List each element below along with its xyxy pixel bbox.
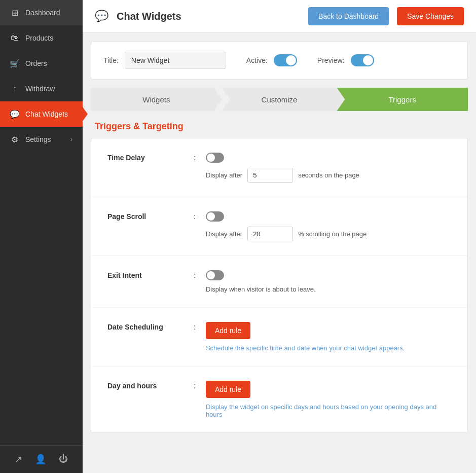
user-icon[interactable]: 👤 xyxy=(35,454,46,465)
sidebar-item-label: Orders xyxy=(25,59,47,67)
date-scheduling-label: Date Scheduling xyxy=(107,322,184,331)
exit-intent-toggle-knob xyxy=(207,271,215,279)
exit-intent-toggle[interactable] xyxy=(206,270,224,280)
day-hours-add-rule-button[interactable]: Add rule xyxy=(206,381,250,398)
sidebar-item-products[interactable]: 🛍 Products xyxy=(0,25,83,51)
step-customize[interactable]: Customize xyxy=(214,88,345,111)
page-scroll-display-after: Display after xyxy=(206,230,242,238)
back-to-dashboard-button[interactable]: Back to Dashboard xyxy=(308,7,389,25)
day-hours-label: Day and hours xyxy=(107,381,184,390)
day-hours-content: Add rule Display the widget on specific … xyxy=(206,381,451,418)
sidebar-item-label: Dashboard xyxy=(25,9,60,17)
page-scroll-suffix: % scrolling on the page xyxy=(298,230,367,238)
page-title: Chat Widgets xyxy=(117,11,300,22)
page-scroll-colon: : xyxy=(194,211,196,221)
page-header: 💬 Chat Widgets Back to Dashboard Save Ch… xyxy=(83,0,476,33)
date-scheduling-colon: : xyxy=(194,322,196,331)
steps-bar: Widgets Customize Triggers xyxy=(91,88,468,111)
preview-label: Preview: xyxy=(317,56,345,64)
main-content: 💬 Chat Widgets Back to Dashboard Save Ch… xyxy=(83,0,476,473)
exit-intent-colon: : xyxy=(194,270,196,279)
content-area: Title: Active: Preview: xyxy=(83,33,476,473)
trigger-row-day-hours: Day and hours : Add rule Display the wid… xyxy=(91,367,467,432)
triggers-card: Time Delay : Display after seconds on th… xyxy=(91,138,468,433)
page-scroll-toggle-knob xyxy=(207,212,215,221)
sidebar-item-chat-widgets[interactable]: 💬 Chat Widgets xyxy=(0,101,83,127)
date-scheduling-description: Schedule the specific time and date when… xyxy=(206,344,451,352)
active-label: Active: xyxy=(246,56,268,64)
sidebar-item-orders[interactable]: 🛒 Orders xyxy=(0,51,83,76)
header-chat-icon: 💬 xyxy=(95,10,108,23)
trigger-row-date-scheduling: Date Scheduling : Add rule Schedule the … xyxy=(91,308,467,367)
time-delay-toggle-knob xyxy=(207,154,215,162)
exit-intent-content: Display when visitor is about to leave. xyxy=(206,270,451,293)
date-scheduling-content: Add rule Schedule the specific time and … xyxy=(206,322,451,352)
chat-widgets-icon: 💬 xyxy=(10,110,19,119)
withdraw-icon: ↑ xyxy=(10,84,19,93)
trigger-row-page-scroll: Page Scroll : Display after % scrolling … xyxy=(91,197,467,256)
page-scroll-toggle[interactable] xyxy=(206,211,224,222)
sidebar-item-withdraw[interactable]: ↑ Withdraw xyxy=(0,76,83,101)
time-delay-display-after: Display after xyxy=(206,171,242,179)
page-scroll-content: Display after % scrolling on the page xyxy=(206,211,451,241)
date-scheduling-add-rule-button[interactable]: Add rule xyxy=(206,322,250,339)
page-scroll-input[interactable] xyxy=(247,227,293,241)
widget-title-row: Title: Active: Preview: xyxy=(103,52,455,69)
title-label: Title: xyxy=(103,56,119,64)
settings-icon: ⚙ xyxy=(10,135,19,144)
day-hours-colon: : xyxy=(194,381,196,390)
sidebar-item-label: Settings xyxy=(25,135,51,143)
time-delay-content: Display after seconds on the page xyxy=(206,153,451,183)
widget-config-card: Title: Active: Preview: xyxy=(91,41,468,80)
save-changes-button[interactable]: Save Changes xyxy=(397,7,464,25)
sidebar-item-label: Withdraw xyxy=(25,85,55,93)
exit-intent-label: Exit Intent xyxy=(107,270,184,279)
preview-field-group: Preview: xyxy=(317,54,374,66)
trigger-row-exit-intent: Exit Intent : Display when visitor is ab… xyxy=(91,256,467,308)
external-link-icon[interactable]: ↗ xyxy=(15,454,22,465)
time-delay-input[interactable] xyxy=(247,168,293,183)
step-widgets[interactable]: Widgets xyxy=(91,88,222,111)
dashboard-icon: ⊞ xyxy=(10,8,19,17)
active-field-group: Active: xyxy=(246,54,297,66)
exit-intent-description: Display when visitor is about to leave. xyxy=(206,285,451,293)
sidebar-item-label: Chat Widgets xyxy=(25,110,68,118)
sidebar-bottom: ↗ 👤 ⏻ xyxy=(0,445,83,473)
time-delay-suffix: seconds on the page xyxy=(298,171,359,179)
time-delay-label: Time Delay xyxy=(107,153,184,162)
active-toggle[interactable] xyxy=(274,54,297,66)
time-delay-toggle[interactable] xyxy=(206,153,224,163)
step-triggers[interactable]: Triggers xyxy=(337,88,468,111)
sidebar-item-settings[interactable]: ⚙ Settings › xyxy=(0,127,83,152)
step-triggers-label: Triggers xyxy=(388,95,416,104)
products-icon: 🛍 xyxy=(10,33,19,43)
orders-icon: 🛒 xyxy=(10,59,19,68)
active-toggle-knob xyxy=(286,55,296,65)
sidebar-item-label: Products xyxy=(25,34,53,42)
sidebar: ⊞ Dashboard 🛍 Products 🛒 Orders ↑ Withdr… xyxy=(0,0,83,473)
page-scroll-inline: Display after % scrolling on the page xyxy=(206,227,451,241)
step-customize-label: Customize xyxy=(262,95,298,104)
settings-arrow-icon: › xyxy=(70,136,72,143)
section-title: Triggers & Targeting xyxy=(83,111,476,138)
title-field-group: Title: xyxy=(103,52,226,69)
step-widgets-label: Widgets xyxy=(142,95,170,104)
time-delay-colon: : xyxy=(194,153,196,162)
trigger-row-time-delay: Time Delay : Display after seconds on th… xyxy=(91,138,467,197)
power-icon[interactable]: ⏻ xyxy=(59,454,68,465)
day-hours-description: Display the widget on specific days and … xyxy=(206,403,451,418)
preview-toggle-knob xyxy=(363,55,373,65)
preview-toggle[interactable] xyxy=(351,54,374,66)
widget-title-input[interactable] xyxy=(125,52,226,69)
time-delay-inline: Display after seconds on the page xyxy=(206,168,451,183)
page-scroll-label: Page Scroll xyxy=(107,211,184,221)
sidebar-item-dashboard[interactable]: ⊞ Dashboard xyxy=(0,0,83,25)
